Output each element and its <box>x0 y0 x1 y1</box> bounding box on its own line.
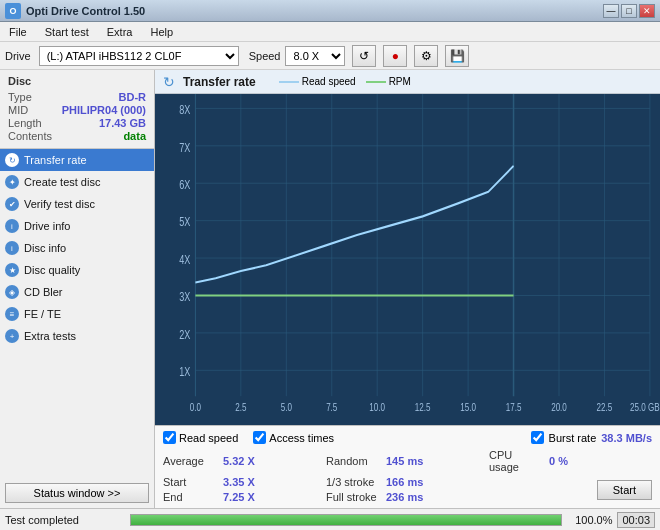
stat-average-value: 5.32 X <box>223 455 273 467</box>
checkbox-read-speed-label: Read speed <box>179 432 238 444</box>
stat-1-3-stroke-row: 1/3 stroke 166 ms <box>326 476 489 488</box>
svg-text:5X: 5X <box>179 215 191 229</box>
checkbox-read-speed[interactable]: Read speed <box>163 431 238 444</box>
stat-end-value: 7.25 X <box>223 491 273 503</box>
drive-bar: Drive (L:) ATAPI iHBS112 2 CL0F Speed 8.… <box>0 42 660 70</box>
svg-text:5.0: 5.0 <box>281 400 293 413</box>
nav-transfer-rate[interactable]: ↻ Transfer rate <box>0 149 154 171</box>
menu-bar: File Start test Extra Help <box>0 22 660 42</box>
svg-text:7X: 7X <box>179 140 191 154</box>
status-window-button[interactable]: Status window >> <box>5 483 149 503</box>
checkbox-read-speed-input[interactable] <box>163 431 176 444</box>
checkbox-access-times-input[interactable] <box>253 431 266 444</box>
nav-drive-info[interactable]: i Drive info <box>0 215 154 237</box>
cd-bler-icon: ◈ <box>5 285 19 299</box>
nav-verify-test-disc[interactable]: ✔ Verify test disc <box>0 193 154 215</box>
checkbox-access-times-label: Access times <box>269 432 334 444</box>
speed-select[interactable]: 8.0 X <box>285 46 345 66</box>
stat-start-label: Start <box>163 476 218 488</box>
save-button[interactable]: 💾 <box>445 45 469 67</box>
disc-type-label: Type <box>8 91 32 103</box>
legend-rpm-label: RPM <box>389 76 411 87</box>
disc-info-icon: i <box>5 241 19 255</box>
legend-read-speed: Read speed <box>279 76 356 87</box>
chart-legend: Read speed RPM <box>279 76 411 87</box>
verify-test-disc-icon: ✔ <box>5 197 19 211</box>
status-text: Test completed <box>5 514 125 526</box>
tool-button[interactable]: ⚙ <box>414 45 438 67</box>
fe-te-icon: ≡ <box>5 307 19 321</box>
legend-rpm: RPM <box>366 76 411 87</box>
progress-bar-fill <box>131 515 561 525</box>
disc-mid-row: MID PHILIPR04 (000) <box>8 104 146 116</box>
content-area: ↻ Transfer rate Read speed RPM <box>155 70 660 508</box>
stat-1-3-stroke-value: 166 ms <box>386 476 436 488</box>
app-icon: O <box>5 3 21 19</box>
nav-disc-info-label: Disc info <box>24 242 66 254</box>
disc-type-value: BD-R <box>119 91 147 103</box>
menu-extra[interactable]: Extra <box>103 25 137 39</box>
svg-text:15.0: 15.0 <box>460 400 476 413</box>
legend-read-speed-label: Read speed <box>302 76 356 87</box>
red-button[interactable]: ● <box>383 45 407 67</box>
svg-text:2X: 2X <box>179 327 191 341</box>
extra-tests-icon: + <box>5 329 19 343</box>
stat-1-3-stroke-label: 1/3 stroke <box>326 476 381 488</box>
stat-average-row: Average 5.32 X <box>163 449 326 473</box>
svg-text:3X: 3X <box>179 290 191 304</box>
menu-start-test[interactable]: Start test <box>41 25 93 39</box>
progress-bar-container <box>130 514 562 526</box>
nav-disc-quality[interactable]: ★ Disc quality <box>0 259 154 281</box>
svg-rect-0 <box>155 94 660 425</box>
menu-help[interactable]: Help <box>146 25 177 39</box>
nav-verify-test-disc-label: Verify test disc <box>24 198 95 210</box>
stat-random-label: Random <box>326 455 381 467</box>
chart-icon: ↻ <box>163 74 175 90</box>
stat-end-row: End 7.25 X <box>163 491 326 503</box>
stat-random-row: Random 145 ms <box>326 449 489 473</box>
close-button[interactable]: ✕ <box>639 4 655 18</box>
start-button[interactable]: Start <box>597 480 652 500</box>
nav-extra-tests-label: Extra tests <box>24 330 76 342</box>
stat-random-value: 145 ms <box>386 455 436 467</box>
svg-text:10.0: 10.0 <box>369 400 385 413</box>
nav-fe-te[interactable]: ≡ FE / TE <box>0 303 154 325</box>
maximize-button[interactable]: □ <box>621 4 637 18</box>
stat-start-row: Start 3.35 X <box>163 476 326 488</box>
disc-section: Disc Type BD-R MID PHILIPR04 (000) Lengt… <box>0 70 154 149</box>
time-display: 00:03 <box>617 512 655 528</box>
stat-average-label: Average <box>163 455 218 467</box>
checkbox-access-times[interactable]: Access times <box>253 431 334 444</box>
chart-title: Transfer rate <box>183 75 256 89</box>
nav-create-test-disc[interactable]: ✦ Create test disc <box>0 171 154 193</box>
svg-text:7.5: 7.5 <box>326 400 338 413</box>
svg-text:2.5: 2.5 <box>235 400 247 413</box>
menu-file[interactable]: File <box>5 25 31 39</box>
nav-disc-info[interactable]: i Disc info <box>0 237 154 259</box>
drive-info-icon: i <box>5 219 19 233</box>
nav-drive-info-label: Drive info <box>24 220 70 232</box>
nav-cd-bler[interactable]: ◈ CD Bler <box>0 281 154 303</box>
speed-label: Speed <box>249 50 281 62</box>
stat-full-stroke-label: Full stroke <box>326 491 381 503</box>
refresh-button[interactable]: ↺ <box>352 45 376 67</box>
chart-container: 8X 7X 6X 5X 4X 3X 2X 1X 0.0 2.5 5.0 7.5 … <box>155 94 660 425</box>
nav-cd-bler-label: CD Bler <box>24 286 63 298</box>
stat-cpu-value: 0 % <box>549 455 599 467</box>
title-bar: O Opti Drive Control 1.50 — □ ✕ <box>0 0 660 22</box>
nav-extra-tests[interactable]: + Extra tests <box>0 325 154 347</box>
svg-text:1X: 1X <box>179 364 191 378</box>
checkbox-burst-rate-input[interactable] <box>531 431 544 444</box>
minimize-button[interactable]: — <box>603 4 619 18</box>
nav-disc-quality-label: Disc quality <box>24 264 80 276</box>
stats-grid: Average 5.32 X Random 145 ms CPU usage 0… <box>163 449 652 503</box>
nav-transfer-rate-label: Transfer rate <box>24 154 87 166</box>
stat-cpu-row: CPU usage 0 % <box>489 449 652 473</box>
drive-select[interactable]: (L:) ATAPI iHBS112 2 CL0F <box>39 46 239 66</box>
stat-full-stroke-row: Full stroke 236 ms <box>326 491 489 503</box>
burst-rate-display: Burst rate 38.3 MB/s <box>531 431 652 444</box>
stat-cpu-label: CPU usage <box>489 449 544 473</box>
disc-mid-value: PHILIPR04 (000) <box>62 104 146 116</box>
title-text: Opti Drive Control 1.50 <box>26 5 603 17</box>
burst-rate-value: 38.3 MB/s <box>601 432 652 444</box>
